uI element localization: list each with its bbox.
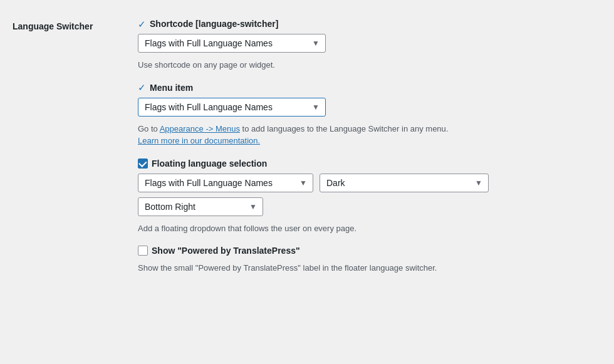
learn-more-link[interactable]: Learn more in our documentation. xyxy=(138,136,260,145)
menu-title-row: ✓ Menu item xyxy=(138,83,601,93)
floating-theme-select-wrapper[interactable]: Dark Light ▼ xyxy=(320,174,489,192)
shortcode-help-text: Use shortcode on any page or widget. xyxy=(138,59,601,71)
menu-item-select-wrapper[interactable]: Flags with Full Language Names Flags onl… xyxy=(138,98,326,117)
menu-help-text: Go to Appearance -> Menus to add languag… xyxy=(138,123,601,147)
menu-item-title: Menu item xyxy=(150,83,193,93)
floating-help-text: Add a floating dropdown that follows the… xyxy=(138,222,601,235)
floating-title-row: Floating language selection xyxy=(138,159,601,169)
menu-help-before: Go to xyxy=(138,124,160,133)
floating-position-select[interactable]: Bottom Right Bottom Left Top Right Top L… xyxy=(138,197,263,216)
powered-by-section: Show "Powered by TranslatePress" Show th… xyxy=(138,246,601,274)
floating-section: Floating language selection Flags with F… xyxy=(138,159,601,235)
powered-by-title: Show "Powered by TranslatePress" xyxy=(152,246,300,256)
powered-by-help-text: Show the small "Powered by TranslatePres… xyxy=(138,262,601,274)
menu-item-section: ✓ Menu item Flags with Full Language Nam… xyxy=(138,83,601,147)
powered-by-checkbox-icon[interactable] xyxy=(138,246,148,256)
shortcode-select-wrapper[interactable]: Flags with Full Language Names Flags onl… xyxy=(138,34,326,53)
menu-check-icon: ✓ xyxy=(138,83,146,92)
menu-item-select[interactable]: Flags with Full Language Names Flags onl… xyxy=(138,98,326,117)
floating-inline-selects: Flags with Full Language Names Flags onl… xyxy=(138,174,601,192)
shortcode-select[interactable]: Flags with Full Language Names Flags onl… xyxy=(138,34,326,53)
floating-position-select-wrapper[interactable]: Bottom Right Bottom Left Top Right Top L… xyxy=(138,197,263,216)
floating-style-select-wrapper[interactable]: Flags with Full Language Names Flags onl… xyxy=(138,174,313,192)
shortcode-title: Shortcode [language-switcher] xyxy=(150,19,278,29)
floating-checkbox-icon[interactable] xyxy=(138,159,148,169)
shortcode-title-row: ✓ Shortcode [language-switcher] xyxy=(138,19,601,29)
shortcode-section: ✓ Shortcode [language-switcher] Flags wi… xyxy=(138,19,601,71)
floating-title: Floating language selection xyxy=(152,159,267,169)
menu-help-after: to add languages to the Language Switche… xyxy=(240,124,448,133)
shortcode-check-icon: ✓ xyxy=(138,19,146,29)
floating-theme-select[interactable]: Dark Light xyxy=(320,174,489,192)
settings-content: ✓ Shortcode [language-switcher] Flags wi… xyxy=(138,19,601,274)
appearance-menus-link[interactable]: Appearance -> Menus xyxy=(160,124,240,133)
floating-style-select[interactable]: Flags with Full Language Names Flags onl… xyxy=(138,174,313,192)
section-label: Language Switcher xyxy=(13,19,138,274)
powered-by-title-row: Show "Powered by TranslatePress" xyxy=(138,246,601,256)
settings-row: Language Switcher ✓ Shortcode [language-… xyxy=(13,19,601,274)
